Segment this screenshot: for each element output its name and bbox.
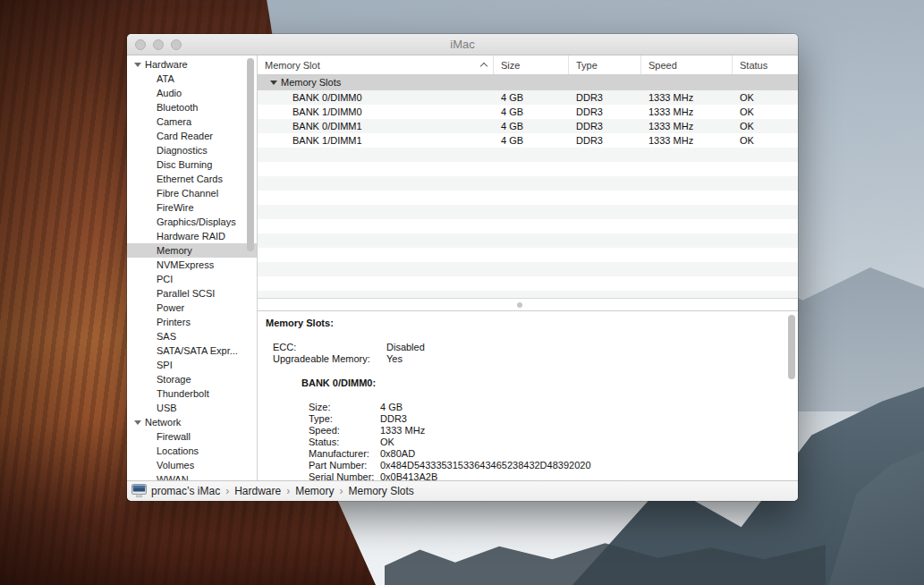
detail-field-row: Speed:1333 MHz: [309, 425, 785, 437]
table-row[interactable]: BANK 0/DIMM14 GBDDR31333 MHzOK: [258, 119, 798, 133]
close-button-icon[interactable]: [135, 39, 146, 50]
cell-type: DDR3: [569, 105, 641, 119]
sidebar-item-spi[interactable]: SPI: [127, 358, 257, 372]
field-label: Size:: [309, 402, 380, 413]
sidebar-item-sas[interactable]: SAS: [127, 329, 257, 343]
breadcrumb-item-memory-slots: Memory Slots: [349, 485, 414, 497]
sidebar-item-audio[interactable]: Audio: [127, 86, 257, 100]
pane-splitter[interactable]: [258, 298, 798, 310]
sidebar-item-thunderbolt[interactable]: Thunderbolt: [127, 386, 257, 401]
table-row[interactable]: BANK 1/DIMM04 GBDDR31333 MHzOK: [258, 105, 798, 119]
breadcrumb-item-hardware: Hardware: [234, 485, 281, 497]
sidebar-item-wwan[interactable]: WWAN: [127, 472, 257, 480]
titlebar[interactable]: iMac: [127, 34, 798, 55]
table-row[interactable]: BANK 1/DIMM14 GBDDR31333 MHzOK: [258, 133, 798, 148]
sidebar-item-card-reader[interactable]: Card Reader: [127, 129, 257, 143]
column-header-speed[interactable]: Speed: [641, 55, 733, 74]
sidebar-item-storage[interactable]: Storage: [127, 372, 257, 386]
sidebar-item-label: Disc Burning: [157, 159, 212, 170]
field-label: Type:: [309, 413, 380, 425]
sidebar-item-parallel-scsi[interactable]: Parallel SCSI: [127, 286, 257, 301]
detail-field-row: Status:OK: [309, 437, 785, 448]
field-value: 0x0B413A2B: [380, 471, 437, 480]
sidebar-item-label: Storage: [157, 374, 191, 385]
sidebar-item-printers[interactable]: Printers: [127, 315, 257, 329]
sidebar-item-label: SAS: [157, 331, 176, 342]
sidebar-list: HardwareATAAudioBluetoothCameraCard Read…: [127, 57, 257, 480]
memory-slot-table: Memory SlotSizeTypeSpeedStatus Memory Sl…: [258, 55, 798, 298]
sidebar-item-label: Graphics/Displays: [157, 216, 236, 227]
sidebar-item-label: WWAN: [157, 474, 189, 480]
sidebar-item-ethernet-cards[interactable]: Ethernet Cards: [127, 172, 257, 186]
field-value: Yes: [386, 353, 403, 365]
detail-title: Memory Slots:: [266, 318, 785, 329]
sidebar-item-network[interactable]: Network: [127, 415, 257, 429]
sidebar-item-ata[interactable]: ATA: [127, 72, 257, 86]
breadcrumb-item-memory: Memory: [295, 485, 334, 497]
sidebar-item-label: SPI: [157, 360, 173, 370]
detail-scrollbar-thumb[interactable]: [788, 315, 795, 379]
sidebar-item-usb[interactable]: USB: [127, 401, 257, 415]
disclosure-triangle-icon[interactable]: [134, 420, 141, 425]
sidebar-item-firewire[interactable]: FireWire: [127, 200, 257, 215]
cell-status: OK: [733, 105, 797, 119]
sidebar-item-sata-sata-expr[interactable]: SATA/SATA Expr...: [127, 343, 257, 358]
sidebar-item-label: Ethernet Cards: [157, 174, 223, 184]
column-header-type[interactable]: Type: [569, 55, 641, 74]
sidebar-item-memory[interactable]: Memory: [127, 243, 257, 258]
column-header-status[interactable]: Status: [733, 55, 797, 74]
sidebar-item-fibre-channel[interactable]: Fibre Channel: [127, 186, 257, 200]
field-label: Speed:: [309, 425, 380, 437]
sidebar-item-locations[interactable]: Locations: [127, 444, 257, 458]
sidebar-item-power[interactable]: Power: [127, 301, 257, 315]
imac-icon: [131, 484, 147, 498]
breadcrumb-separator-icon: ›: [340, 485, 343, 497]
field-label: Upgradeable Memory:: [273, 353, 386, 365]
sidebar-item-label: Diagnostics: [157, 145, 208, 156]
sidebar-item-bluetooth[interactable]: Bluetooth: [127, 100, 257, 114]
table-header-row: Memory SlotSizeTypeSpeedStatus: [258, 55, 798, 75]
sidebar-item-label: Audio: [157, 88, 182, 98]
sidebar-item-label: Camera: [157, 116, 191, 127]
sidebar-item-diagnostics[interactable]: Diagnostics: [127, 143, 257, 157]
cell-speed: 1333 MHz: [641, 90, 733, 105]
splitter-handle-icon[interactable]: [517, 302, 522, 308]
sidebar-item-firewall[interactable]: Firewall: [127, 429, 257, 444]
sidebar-item-hardware-raid[interactable]: Hardware RAID: [127, 229, 257, 243]
sidebar-item-disc-burning[interactable]: Disc Burning: [127, 157, 257, 172]
window-title: iMac: [450, 38, 474, 51]
table-body: BANK 0/DIMM04 GBDDR31333 MHzOKBANK 1/DIM…: [258, 90, 798, 298]
column-header-size[interactable]: Size: [494, 55, 569, 74]
sidebar-item-label: PCI: [157, 274, 173, 284]
cell-type: DDR3: [569, 90, 641, 105]
disclosure-triangle-icon[interactable]: [270, 81, 277, 85]
sidebar-item-volumes[interactable]: Volumes: [127, 458, 257, 472]
sidebar-item-label: Locations: [157, 445, 199, 456]
desktop: iMac HardwareATAAudioBluetoothCameraCard…: [0, 0, 924, 585]
zoom-button-icon[interactable]: [171, 39, 182, 50]
minimize-button-icon[interactable]: [153, 39, 164, 50]
cell-size: 4 GB: [494, 133, 569, 148]
sidebar-item-label: Card Reader: [157, 131, 213, 141]
field-value: OK: [380, 437, 394, 448]
sidebar-item-hardware[interactable]: Hardware: [127, 57, 257, 72]
sidebar-scrollbar-thumb[interactable]: [247, 58, 254, 251]
sidebar-item-label: Firewall: [157, 431, 191, 442]
table-row[interactable]: BANK 0/DIMM04 GBDDR31333 MHzOK: [258, 90, 798, 105]
column-header-label: Size: [501, 60, 520, 71]
cell-status: OK: [733, 119, 797, 133]
column-header-memory-slot[interactable]: Memory Slot: [258, 55, 494, 74]
detail-field-row: Part Number:0x484D5433353153364346523843…: [309, 460, 785, 471]
sidebar-item-pci[interactable]: PCI: [127, 272, 257, 286]
detail-subsection-fields: Size:4 GBType:DDR3Speed:1333 MHzStatus:O…: [309, 402, 785, 480]
cell-memory-slot: BANK 0/DIMM0: [258, 90, 494, 105]
detail-content: Memory Slots: ECC:DisabledUpgradeable Me…: [258, 311, 798, 480]
sidebar-item-nvmexpress[interactable]: NVMExpress: [127, 258, 257, 272]
table-group-row[interactable]: Memory Slots: [258, 75, 798, 90]
disclosure-triangle-icon[interactable]: [134, 63, 141, 67]
sidebar-item-graphics-displays[interactable]: Graphics/Displays: [127, 215, 257, 229]
field-label: Manufacturer:: [309, 448, 380, 460]
sidebar-item-camera[interactable]: Camera: [127, 114, 257, 129]
detail-field-row: Size:4 GB: [309, 402, 785, 413]
sidebar: HardwareATAAudioBluetoothCameraCard Read…: [127, 55, 258, 480]
